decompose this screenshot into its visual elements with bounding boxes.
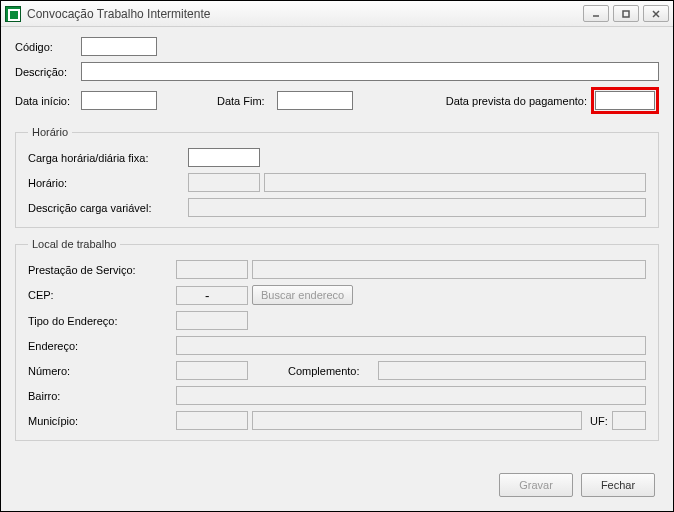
cep-input[interactable] (176, 286, 248, 305)
complemento-display (378, 361, 646, 380)
uf-label: UF: (590, 415, 612, 427)
local-trabalho-group: Local de trabalho Prestação de Serviço: … (15, 238, 659, 441)
data-prev-pag-label: Data prevista do pagamento: (446, 95, 587, 107)
cep-label: CEP: (28, 289, 176, 301)
horario-code-input[interactable] (188, 173, 260, 192)
bairro-label: Bairro: (28, 390, 176, 402)
horario-group: Horário Carga horária/diária fixa: Horár… (15, 126, 659, 228)
app-window: Convocação Trabalho Intermitente Código:… (0, 0, 674, 512)
endereco-label: Endereço: (28, 340, 176, 352)
window-title: Convocação Trabalho Intermitente (27, 7, 583, 21)
maximize-button[interactable] (613, 5, 639, 22)
municipio-nome-display (252, 411, 582, 430)
horario-desc-display (264, 173, 646, 192)
carga-fixa-label: Carga horária/diária fixa: (28, 152, 188, 164)
data-inicio-input[interactable] (81, 91, 157, 110)
prestacao-desc-display (252, 260, 646, 279)
data-inicio-label: Data início: (15, 95, 81, 107)
title-bar: Convocação Trabalho Intermitente (1, 1, 673, 27)
data-fim-label: Data Fim: (217, 95, 277, 107)
codigo-label: Código: (15, 41, 81, 53)
carga-var-display (188, 198, 646, 217)
endereco-display (176, 336, 646, 355)
numero-input[interactable] (176, 361, 248, 380)
svg-rect-1 (623, 11, 629, 17)
tipo-endereco-input[interactable] (176, 311, 248, 330)
data-prev-pag-input[interactable] (595, 91, 655, 110)
horario-legend: Horário (28, 126, 72, 138)
complemento-label: Complemento: (288, 365, 378, 377)
prestacao-label: Prestação de Serviço: (28, 264, 176, 276)
uf-input[interactable] (612, 411, 646, 430)
minimize-button[interactable] (583, 5, 609, 22)
municipio-label: Município: (28, 415, 176, 427)
window-controls (583, 5, 669, 22)
numero-label: Número: (28, 365, 176, 377)
local-trabalho-legend: Local de trabalho (28, 238, 120, 250)
close-button[interactable] (643, 5, 669, 22)
footer-buttons: Gravar Fechar (15, 463, 659, 501)
buscar-endereco-button[interactable]: Buscar endereco (252, 285, 353, 305)
app-icon (5, 6, 21, 22)
data-fim-input[interactable] (277, 91, 353, 110)
fechar-button[interactable]: Fechar (581, 473, 655, 497)
descricao-input[interactable] (81, 62, 659, 81)
codigo-input[interactable] (81, 37, 157, 56)
gravar-button[interactable]: Gravar (499, 473, 573, 497)
carga-fixa-input[interactable] (188, 148, 260, 167)
horario-label: Horário: (28, 177, 188, 189)
municipio-code-input[interactable] (176, 411, 248, 430)
prestacao-code-input[interactable] (176, 260, 248, 279)
carga-var-label: Descrição carga variável: (28, 202, 188, 214)
bairro-display (176, 386, 646, 405)
data-prev-pag-highlight (591, 87, 659, 114)
descricao-label: Descrição: (15, 66, 81, 78)
client-area: Código: Descrição: Data início: Data Fim… (1, 27, 673, 511)
tipo-endereco-label: Tipo do Endereço: (28, 315, 176, 327)
